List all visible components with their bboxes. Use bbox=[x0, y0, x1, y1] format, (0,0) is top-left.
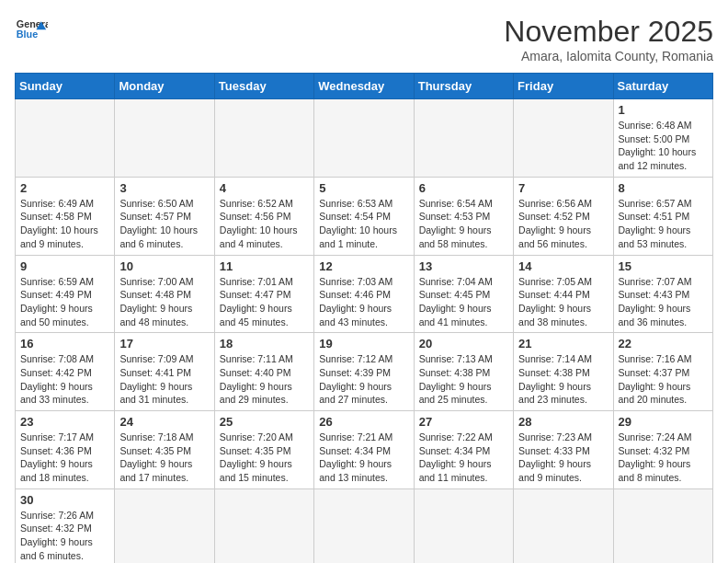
calendar-cell bbox=[16, 99, 115, 178]
day-info: Sunrise: 7:08 AM Sunset: 4:42 PM Dayligh… bbox=[20, 352, 109, 407]
day-info: Sunrise: 7:23 AM Sunset: 4:33 PM Dayligh… bbox=[518, 431, 608, 485]
day-number: 19 bbox=[319, 337, 408, 350]
calendar-cell: 7Sunrise: 6:56 AM Sunset: 4:52 PM Daylig… bbox=[514, 177, 613, 255]
day-number: 17 bbox=[119, 337, 209, 350]
calendar-cell: 28Sunrise: 7:23 AM Sunset: 4:33 PM Dayli… bbox=[514, 411, 613, 489]
calendar-cell: 25Sunrise: 7:20 AM Sunset: 4:35 PM Dayli… bbox=[214, 411, 313, 489]
day-number: 20 bbox=[419, 337, 508, 350]
calendar-cell bbox=[414, 99, 513, 178]
title-area: November 2025 Amara, Ialomita County, Ro… bbox=[504, 15, 713, 63]
calendar-cell: 24Sunrise: 7:18 AM Sunset: 4:35 PM Dayli… bbox=[115, 411, 214, 489]
day-number: 14 bbox=[518, 259, 608, 273]
day-number: 25 bbox=[220, 415, 309, 429]
calendar-cell bbox=[613, 488, 712, 563]
day-info: Sunrise: 7:14 AM Sunset: 4:38 PM Dayligh… bbox=[518, 352, 608, 407]
calendar-cell: 16Sunrise: 7:08 AM Sunset: 4:42 PM Dayli… bbox=[16, 333, 115, 411]
calendar-cell bbox=[414, 488, 513, 563]
calendar-cell: 1Sunrise: 6:48 AM Sunset: 5:00 PM Daylig… bbox=[613, 99, 712, 178]
weekday-header: Tuesday bbox=[214, 74, 313, 99]
calendar-cell bbox=[115, 99, 214, 178]
day-number: 7 bbox=[518, 181, 608, 195]
day-info: Sunrise: 6:49 AM Sunset: 4:58 PM Dayligh… bbox=[20, 197, 109, 251]
day-info: Sunrise: 7:05 AM Sunset: 4:44 PM Dayligh… bbox=[518, 275, 608, 329]
day-info: Sunrise: 7:17 AM Sunset: 4:36 PM Dayligh… bbox=[20, 431, 109, 485]
logo: General Blue bbox=[15, 15, 48, 48]
weekday-header: Monday bbox=[115, 74, 214, 99]
day-info: Sunrise: 7:18 AM Sunset: 4:35 PM Dayligh… bbox=[119, 431, 209, 485]
day-number: 2 bbox=[20, 181, 109, 195]
calendar-cell: 20Sunrise: 7:13 AM Sunset: 4:38 PM Dayli… bbox=[414, 333, 513, 411]
day-info: Sunrise: 7:03 AM Sunset: 4:46 PM Dayligh… bbox=[319, 275, 408, 329]
day-number: 3 bbox=[119, 181, 209, 195]
day-info: Sunrise: 7:11 AM Sunset: 4:40 PM Dayligh… bbox=[220, 352, 309, 407]
day-number: 21 bbox=[518, 337, 608, 350]
calendar-cell: 19Sunrise: 7:12 AM Sunset: 4:39 PM Dayli… bbox=[314, 333, 414, 411]
day-number: 18 bbox=[220, 337, 309, 350]
day-info: Sunrise: 7:07 AM Sunset: 4:43 PM Dayligh… bbox=[619, 275, 708, 329]
day-info: Sunrise: 7:21 AM Sunset: 4:34 PM Dayligh… bbox=[319, 431, 408, 485]
weekday-header-row: SundayMondayTuesdayWednesdayThursdayFrid… bbox=[16, 74, 713, 99]
subtitle: Amara, Ialomita County, Romania bbox=[504, 49, 713, 63]
day-info: Sunrise: 7:16 AM Sunset: 4:37 PM Dayligh… bbox=[619, 352, 708, 407]
calendar-cell: 9Sunrise: 6:59 AM Sunset: 4:49 PM Daylig… bbox=[16, 255, 115, 333]
day-info: Sunrise: 7:20 AM Sunset: 4:35 PM Dayligh… bbox=[220, 431, 309, 485]
day-number: 6 bbox=[419, 181, 508, 195]
calendar-cell: 26Sunrise: 7:21 AM Sunset: 4:34 PM Dayli… bbox=[314, 411, 414, 489]
calendar-cell: 11Sunrise: 7:01 AM Sunset: 4:47 PM Dayli… bbox=[214, 255, 313, 333]
calendar-cell bbox=[214, 99, 313, 178]
logo-icon: General Blue bbox=[15, 15, 48, 48]
day-info: Sunrise: 6:52 AM Sunset: 4:56 PM Dayligh… bbox=[220, 197, 309, 251]
day-number: 9 bbox=[20, 259, 109, 273]
calendar-cell: 12Sunrise: 7:03 AM Sunset: 4:46 PM Dayli… bbox=[314, 255, 414, 333]
day-info: Sunrise: 6:59 AM Sunset: 4:49 PM Dayligh… bbox=[20, 275, 109, 329]
weekday-header: Sunday bbox=[16, 74, 115, 99]
day-number: 16 bbox=[20, 337, 109, 350]
month-title: November 2025 bbox=[504, 15, 713, 49]
day-number: 27 bbox=[419, 415, 508, 429]
day-number: 11 bbox=[220, 259, 309, 273]
week-row: 2Sunrise: 6:49 AM Sunset: 4:58 PM Daylig… bbox=[16, 177, 713, 255]
day-number: 23 bbox=[20, 415, 109, 429]
day-info: Sunrise: 7:12 AM Sunset: 4:39 PM Dayligh… bbox=[319, 352, 408, 407]
day-info: Sunrise: 7:26 AM Sunset: 4:32 PM Dayligh… bbox=[20, 509, 109, 563]
day-info: Sunrise: 7:13 AM Sunset: 4:38 PM Dayligh… bbox=[419, 352, 508, 407]
calendar-cell: 30Sunrise: 7:26 AM Sunset: 4:32 PM Dayli… bbox=[16, 488, 115, 563]
weekday-header: Thursday bbox=[414, 74, 513, 99]
calendar-cell: 29Sunrise: 7:24 AM Sunset: 4:32 PM Dayli… bbox=[613, 411, 712, 489]
day-info: Sunrise: 7:01 AM Sunset: 4:47 PM Dayligh… bbox=[220, 275, 309, 329]
day-info: Sunrise: 7:04 AM Sunset: 4:45 PM Dayligh… bbox=[419, 275, 508, 329]
day-number: 15 bbox=[619, 259, 708, 273]
day-info: Sunrise: 7:22 AM Sunset: 4:34 PM Dayligh… bbox=[419, 431, 508, 485]
calendar-cell bbox=[214, 488, 313, 563]
calendar-cell: 21Sunrise: 7:14 AM Sunset: 4:38 PM Dayli… bbox=[514, 333, 613, 411]
day-number: 29 bbox=[619, 415, 708, 429]
calendar-cell: 8Sunrise: 6:57 AM Sunset: 4:51 PM Daylig… bbox=[613, 177, 712, 255]
calendar-cell: 17Sunrise: 7:09 AM Sunset: 4:41 PM Dayli… bbox=[115, 333, 214, 411]
calendar-cell bbox=[314, 488, 414, 563]
weekday-header: Friday bbox=[514, 74, 613, 99]
weekday-header: Wednesday bbox=[314, 74, 414, 99]
week-row: 23Sunrise: 7:17 AM Sunset: 4:36 PM Dayli… bbox=[16, 411, 713, 489]
day-number: 4 bbox=[220, 181, 309, 195]
day-info: Sunrise: 6:57 AM Sunset: 4:51 PM Dayligh… bbox=[619, 197, 708, 251]
calendar-cell: 15Sunrise: 7:07 AM Sunset: 4:43 PM Dayli… bbox=[613, 255, 712, 333]
calendar-cell: 14Sunrise: 7:05 AM Sunset: 4:44 PM Dayli… bbox=[514, 255, 613, 333]
day-number: 10 bbox=[119, 259, 209, 273]
calendar-cell bbox=[314, 99, 414, 178]
day-info: Sunrise: 6:54 AM Sunset: 4:53 PM Dayligh… bbox=[419, 197, 508, 251]
calendar-cell: 2Sunrise: 6:49 AM Sunset: 4:58 PM Daylig… bbox=[16, 177, 115, 255]
calendar-cell: 18Sunrise: 7:11 AM Sunset: 4:40 PM Dayli… bbox=[214, 333, 313, 411]
day-info: Sunrise: 6:53 AM Sunset: 4:54 PM Dayligh… bbox=[319, 197, 408, 251]
day-info: Sunrise: 6:48 AM Sunset: 5:00 PM Dayligh… bbox=[619, 119, 708, 173]
calendar-cell: 22Sunrise: 7:16 AM Sunset: 4:37 PM Dayli… bbox=[613, 333, 712, 411]
day-number: 22 bbox=[619, 337, 708, 350]
week-row: 16Sunrise: 7:08 AM Sunset: 4:42 PM Dayli… bbox=[16, 333, 713, 411]
header: General Blue November 2025 Amara, Ialomi… bbox=[15, 15, 713, 63]
week-row: 1Sunrise: 6:48 AM Sunset: 5:00 PM Daylig… bbox=[16, 99, 713, 178]
calendar-cell: 6Sunrise: 6:54 AM Sunset: 4:53 PM Daylig… bbox=[414, 177, 513, 255]
day-info: Sunrise: 6:56 AM Sunset: 4:52 PM Dayligh… bbox=[518, 197, 608, 251]
day-number: 8 bbox=[619, 181, 708, 195]
calendar-cell bbox=[514, 99, 613, 178]
day-number: 30 bbox=[20, 493, 109, 507]
calendar-cell: 5Sunrise: 6:53 AM Sunset: 4:54 PM Daylig… bbox=[314, 177, 414, 255]
